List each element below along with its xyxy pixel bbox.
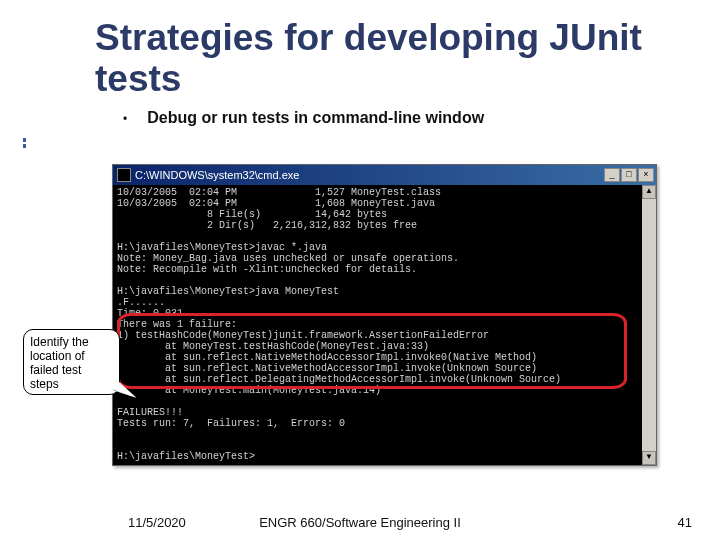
cmd-line: 2 Dir(s) 2,216,312,832 bytes free	[117, 220, 417, 231]
cmd-line: H:\javafiles\MoneyTest>java MoneyTest	[117, 286, 339, 297]
minimize-button[interactable]: _	[604, 168, 620, 182]
cmd-line: 10/03/2005 02:04 PM 1,527 MoneyTest.clas…	[117, 187, 441, 198]
cmd-line: 1) testHashCode(MoneyTest)junit.framewor…	[117, 330, 489, 341]
bullet-marker: •	[123, 112, 127, 126]
footer-date: 11/5/2020	[128, 515, 186, 530]
footer-page: 41	[678, 515, 692, 530]
scroll-up-button[interactable]: ▲	[642, 185, 656, 199]
cmd-line: 8 File(s) 14,642 bytes	[117, 209, 387, 220]
cmd-titlebar: C:\WINDOWS\system32\cmd.exe _ □ ×	[113, 165, 656, 185]
cmd-line: at sun.reflect.DelegatingMethodAccessorI…	[117, 374, 561, 385]
cmd-icon	[117, 168, 131, 182]
cmd-line: 10/03/2005 02:04 PM 1,608 MoneyTest.java	[117, 198, 435, 209]
callout-text: Identify the location of failed test ste…	[30, 335, 89, 391]
cmd-line: Note: Money_Bag.java uses unchecked or u…	[117, 253, 459, 264]
bullet-text: Debug or run tests in command-line windo…	[147, 109, 484, 127]
scrollbar[interactable]: ▲ ▼	[642, 185, 656, 465]
scroll-down-button[interactable]: ▼	[642, 451, 656, 465]
cmd-line: H:\javafiles\MoneyTest>	[117, 451, 255, 462]
slide-content: Strategies for developing JUnit tests • …	[0, 0, 720, 127]
cmd-line: Tests run: 7, Failures: 1, Errors: 0	[117, 418, 345, 429]
cmd-title-text: C:\WINDOWS\system32\cmd.exe	[135, 169, 600, 181]
cmd-line: at MoneyTest.testHashCode(MoneyTest.java…	[117, 341, 429, 352]
cmd-line: FAILURES!!!	[117, 407, 183, 418]
cmd-line: at sun.reflect.NativeMethodAccessorImpl.…	[117, 352, 537, 363]
window-buttons: _ □ ×	[604, 168, 654, 182]
close-button[interactable]: ×	[638, 168, 654, 182]
cmd-line: .F......	[117, 297, 165, 308]
cmd-line: Note: Recompile with -Xlint:unchecked fo…	[117, 264, 417, 275]
footer-course: ENGR 660/Software Engineering II	[259, 515, 461, 530]
accent-square	[23, 144, 26, 148]
bullet-row: • Debug or run tests in command-line win…	[123, 109, 702, 127]
slide-footer: 11/5/2020 ENGR 660/Software Engineering …	[0, 515, 720, 530]
cmd-body: 10/03/2005 02:04 PM 1,527 MoneyTest.clas…	[113, 185, 656, 465]
cmd-window: C:\WINDOWS\system32\cmd.exe _ □ × 10/03/…	[112, 164, 657, 466]
callout-bubble: Identify the location of failed test ste…	[23, 329, 120, 395]
cmd-line: Time: 0.031	[117, 308, 183, 319]
cmd-line: at MoneyTest.main(MoneyTest.java:14)	[117, 385, 381, 396]
cmd-output: 10/03/2005 02:04 PM 1,527 MoneyTest.clas…	[117, 187, 652, 462]
maximize-button[interactable]: □	[621, 168, 637, 182]
accent-square	[23, 138, 26, 142]
cmd-line: H:\javafiles\MoneyTest>javac *.java	[117, 242, 327, 253]
cmd-line: at sun.reflect.NativeMethodAccessorImpl.…	[117, 363, 537, 374]
slide-title: Strategies for developing JUnit tests	[95, 18, 702, 99]
cmd-line: There was 1 failure:	[117, 319, 237, 330]
